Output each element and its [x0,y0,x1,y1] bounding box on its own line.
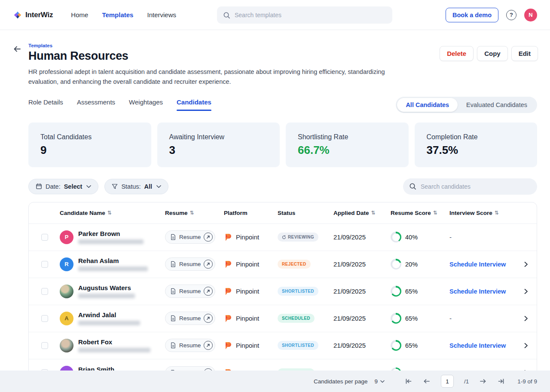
sort-icon[interactable]: ⇅ [107,210,112,216]
pagination-range: 1-9 of 9 [517,378,537,385]
resume-score-value: 40% [405,234,418,241]
date-filter[interactable]: Date: Select [28,179,98,194]
platform-cell: Pinpoint [224,260,278,269]
resume-score-cell: 65% [391,340,449,351]
resume-score-cell: 65% [391,313,449,324]
stat-card-awaiting-interview: Awaiting Interview 3 [157,122,280,167]
column-header-resume: Resume⇅ [165,210,224,216]
date-filter-value: Select [64,183,82,190]
candidate-email-redacted [78,294,135,298]
next-page-icon[interactable] [479,377,487,385]
platform-name: Pinpoint [236,315,259,322]
search-templates-input[interactable] [235,12,386,18]
candidates-segmented-toggle: All CandidatesEvaluated Candidates [396,97,537,113]
open-resume-icon [204,287,213,296]
schedule-interview-link[interactable]: Schedule Interview [449,288,506,295]
copy-button[interactable]: Copy [477,46,508,61]
help-icon[interactable]: ? [506,10,516,20]
resume-button[interactable]: Resume [165,257,215,271]
tab-role-details[interactable]: Role Details [28,98,63,111]
resume-button[interactable]: Resume [165,339,215,352]
segment-all-candidates[interactable]: All Candidates [397,98,458,112]
tab-weightages[interactable]: Weightages [129,98,163,111]
candidate-name: Arwind Jalal [78,311,140,318]
table-row[interactable]: Augustus Waters Resume Pinpoint SHORTLIS… [29,278,537,305]
score-ring [391,340,401,351]
sort-icon[interactable]: ⇅ [433,210,437,216]
candidate-name: Augustus Waters [78,284,135,291]
stat-cards: Total Candidates 9 Awaiting Interview 3 … [28,122,537,167]
back-arrow-icon[interactable] [13,45,21,53]
tab-assessments[interactable]: Assessments [77,98,115,111]
resume-button[interactable]: Resume [165,230,215,244]
candidate-photo-avatar [60,285,73,298]
nav-link-templates[interactable]: Templates [102,11,133,18]
applied-date: 21/09/2025 [333,315,391,322]
sort-icon[interactable]: ⇅ [495,210,499,216]
row-chevron[interactable] [522,288,537,295]
user-avatar[interactable]: N [524,9,537,21]
prev-page-icon[interactable] [423,377,431,385]
last-page-icon[interactable] [497,377,505,385]
row-checkbox[interactable] [41,342,48,349]
top-nav: InterWiz HomeTemplatesInterviews Book a … [0,0,550,30]
resume-button[interactable]: Resume [165,285,215,298]
edit-button[interactable]: Edit [511,46,538,61]
row-chevron[interactable] [522,342,537,349]
schedule-interview-link[interactable]: Schedule Interview [449,342,506,349]
nav-link-interviews[interactable]: Interviews [147,11,176,18]
page-header: Templates Human Resources HR professiona… [28,43,394,87]
resume-button-label: Resume [179,342,201,349]
platform-name: Pinpoint [236,260,259,268]
table-row[interactable]: PParker Brown Resume Pinpoint REVIEWING … [29,224,537,251]
nav-links: HomeTemplatesInterviews [71,11,176,18]
sort-icon[interactable]: ⇅ [190,210,194,216]
row-checkbox[interactable] [41,234,48,241]
stat-value: 9 [40,144,139,157]
resume-button-label: Resume [179,288,201,294]
resume-score-value: 65% [405,315,418,322]
candidates-table: Candidate Name⇅Resume⇅PlatformStatusAppl… [28,202,537,387]
first-page-icon[interactable] [404,377,412,385]
platform-cell: Pinpoint [224,287,278,296]
breadcrumb[interactable]: Templates [28,43,394,48]
page-description: HR professional adept in talent acquisit… [28,67,389,87]
book-demo-button[interactable]: Book a demo [446,8,498,22]
header-actions: DeleteCopyEdit [440,46,538,61]
candidate-email-redacted [78,266,148,271]
row-checkbox[interactable] [41,261,48,268]
stat-card-completion-rate: Completion Rate 37.5% [415,122,538,167]
table-row[interactable]: Robert Fox Resume Pinpoint SHORTLISTED 2… [29,332,537,359]
tab-candidates[interactable]: Candidates [177,98,211,111]
stat-label: Shortlisting Rate [298,133,397,141]
nav-search [217,6,392,24]
row-chevron[interactable] [522,315,537,322]
status-badge: REVIEWING [278,233,318,242]
per-page-select[interactable]: 9 [374,378,385,385]
row-checkbox[interactable] [41,315,48,322]
nav-link-home[interactable]: Home [71,11,88,18]
tabs: Role DetailsAssessmentsWeightagesCandida… [28,98,211,111]
search-icon [223,12,230,19]
delete-button[interactable]: Delete [440,46,474,61]
resume-button[interactable]: Resume [165,312,215,325]
brand[interactable]: InterWiz [13,10,53,20]
table-row[interactable]: RRehan Aslam Resume Pinpoint REJECTED 21… [29,251,537,278]
row-checkbox[interactable] [41,288,48,295]
stat-label: Completion Rate [427,133,526,141]
search-icon [409,183,416,190]
stat-value: 3 [169,144,268,157]
current-page-box[interactable]: 1 [441,375,454,388]
applied-date: 21/09/2025 [333,342,391,349]
sort-icon[interactable]: ⇅ [371,210,376,216]
search-candidates-input[interactable] [421,183,531,190]
status-filter[interactable]: Status: All [104,179,168,194]
status-badge: SCHEDULED [278,314,315,323]
page-title: Human Resources [28,49,394,63]
table-row[interactable]: AArwind Jalal Resume Pinpoint SCHEDULED … [29,305,537,332]
candidate-email-redacted [78,321,140,325]
schedule-interview-link[interactable]: Schedule Interview [449,261,506,268]
segment-evaluated-candidates[interactable]: Evaluated Candidates [458,98,536,112]
row-chevron[interactable] [522,260,537,268]
interview-score-empty: - [449,315,452,322]
